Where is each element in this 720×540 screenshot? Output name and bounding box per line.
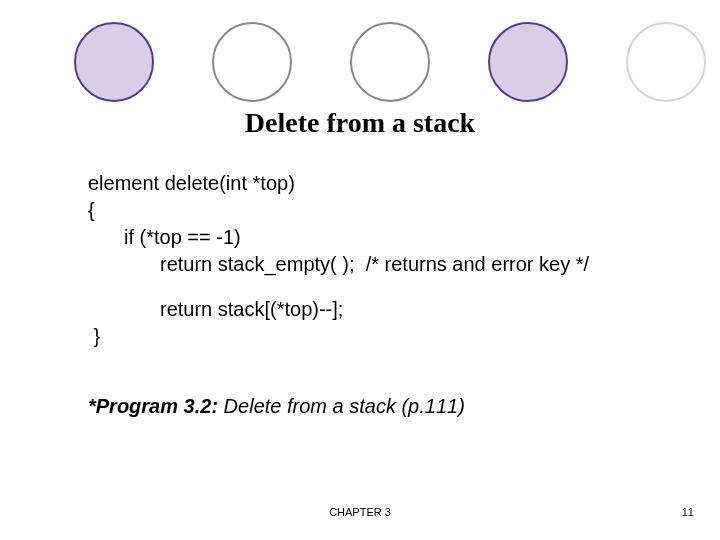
decorative-circles	[74, 22, 706, 102]
caption-text: Delete from a stack (p.111)	[218, 395, 465, 417]
circle-icon	[74, 22, 154, 102]
code-line: }	[88, 323, 678, 350]
code-line: return stack_empty( ); /* returns and er…	[88, 251, 678, 278]
caption-label: *Program 3.2:	[88, 395, 218, 417]
circle-icon	[488, 22, 568, 102]
code-text: return stack_empty( );	[160, 253, 355, 275]
footer-chapter: CHAPTER 3	[0, 506, 720, 518]
footer-page-number: 11	[682, 506, 694, 518]
code-block: element delete(int *top) { if (*top == -…	[88, 170, 678, 350]
code-line: if (*top == -1)	[88, 224, 678, 251]
circle-icon	[350, 22, 430, 102]
circle-icon	[212, 22, 292, 102]
program-caption: *Program 3.2: Delete from a stack (p.111…	[88, 395, 465, 418]
circle-icon	[626, 22, 706, 102]
slide: Delete from a stack element delete(int *…	[0, 0, 720, 540]
code-comment: /* returns and error key */	[366, 253, 589, 275]
blank-line	[88, 278, 678, 296]
slide-title: Delete from a stack	[0, 107, 720, 139]
code-line: {	[88, 197, 678, 224]
code-text: }	[94, 325, 101, 347]
code-line: return stack[(*top)--];	[88, 296, 678, 323]
code-line: element delete(int *top)	[88, 170, 678, 197]
